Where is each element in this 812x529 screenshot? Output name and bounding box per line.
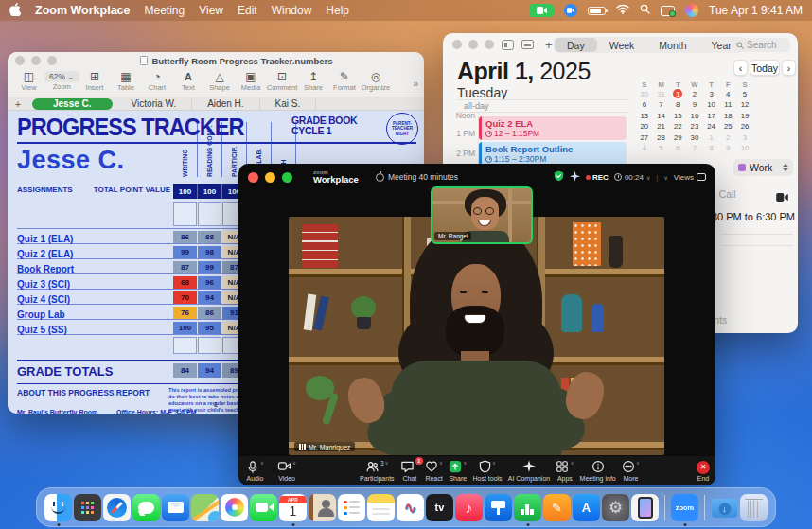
mini-day[interactable]: 31 <box>653 89 670 99</box>
speaker-video[interactable]: Mr. Manriquez <box>289 217 664 455</box>
dock-app-icon[interactable] <box>221 494 248 521</box>
mini-day[interactable]: 30 <box>686 132 703 143</box>
dock-app-icon[interactable] <box>455 494 483 521</box>
mini-day[interactable]: 13 <box>636 111 653 121</box>
numbers-titlebar[interactable]: Butterfly Room Progress Tracker.numbers <box>8 52 424 69</box>
dock-item[interactable] <box>699 488 710 526</box>
mini-day[interactable]: 5 <box>653 144 670 154</box>
mini-day[interactable]: 6 <box>636 100 653 111</box>
dock-item[interactable] <box>190 488 220 526</box>
score-cell[interactable]: 88 <box>198 231 221 243</box>
audio-button[interactable]: ∨ Audio <box>246 460 264 482</box>
dock-app-icon[interactable] <box>543 494 571 521</box>
search-field[interactable]: Search <box>732 38 790 52</box>
dock-item[interactable] <box>513 488 542 526</box>
meeting-info-button[interactable]: Meeting info <box>580 460 616 482</box>
mini-day[interactable]: 7 <box>686 144 703 154</box>
video-button[interactable]: ∨ Video <box>277 460 296 482</box>
end-meeting-button[interactable]: ✕ End <box>697 461 710 482</box>
wifi-icon[interactable] <box>616 4 629 17</box>
mini-day[interactable]: 9 <box>686 100 703 111</box>
toolbar-button[interactable]: Share <box>298 70 329 92</box>
toolbar-overflow-button[interactable]: » <box>413 79 418 89</box>
mini-day[interactable]: 22 <box>669 122 686 132</box>
toolbar-button[interactable]: Shape <box>204 70 236 92</box>
mini-day[interactable]: 3 <box>736 132 753 143</box>
mini-day[interactable]: 4 <box>636 144 653 154</box>
dock-item[interactable] <box>710 488 739 526</box>
window-controls[interactable] <box>452 40 494 49</box>
security-shield-icon[interactable] <box>554 170 564 184</box>
sheet-tab[interactable]: Victoria W. <box>116 97 193 111</box>
react-button[interactable]: ∨ React <box>425 460 443 482</box>
column-header-reading[interactable]: READING COMP. <box>198 122 222 177</box>
window-controls[interactable] <box>15 56 57 65</box>
dock-app-icon[interactable] <box>631 494 659 521</box>
mini-day[interactable]: 3 <box>703 89 720 99</box>
menu-item[interactable]: Meeting <box>144 4 185 17</box>
mini-day[interactable]: 16 <box>686 111 703 121</box>
dock-app-icon[interactable] <box>162 494 189 521</box>
mini-day[interactable]: 29 <box>669 132 686 143</box>
today-button[interactable]: Today <box>750 60 780 76</box>
mini-day[interactable]: 12 <box>736 100 753 111</box>
meeting-camera-indicator[interactable] <box>529 4 554 17</box>
apple-menu-icon[interactable] <box>9 3 21 19</box>
dock-item[interactable] <box>44 488 73 526</box>
mini-day[interactable]: 2 <box>719 132 736 143</box>
dock-item[interactable] <box>102 488 132 526</box>
dock-item[interactable] <box>739 488 768 526</box>
dock-app-icon[interactable] <box>74 494 101 521</box>
mini-day[interactable]: 8 <box>669 100 686 111</box>
mini-day[interactable]: 26 <box>736 122 753 132</box>
add-sheet-button[interactable]: + <box>8 98 28 110</box>
dock-app-icon[interactable] <box>485 494 512 521</box>
score-cell[interactable]: 94 <box>198 291 221 304</box>
chevron-down-icon[interactable]: ∨ <box>663 174 667 181</box>
total-cell[interactable]: 94 <box>198 363 221 378</box>
toolbar-button[interactable]: Table <box>111 70 142 92</box>
dock-app-icon[interactable]: tv <box>426 494 453 521</box>
siri-icon[interactable] <box>685 4 698 17</box>
close-button[interactable] <box>248 172 258 183</box>
chat-button[interactable]: 1∨ Chat <box>400 460 419 482</box>
toolbar-button[interactable]: Organize <box>361 70 392 92</box>
score-cell[interactable]: 86 <box>173 231 197 243</box>
dock-item[interactable]: zoom <box>670 488 699 526</box>
toolbar-button[interactable]: Format <box>329 70 361 92</box>
mini-day[interactable]: 7 <box>653 100 670 111</box>
mini-day[interactable]: 6 <box>669 144 686 154</box>
dock-item[interactable] <box>366 488 396 526</box>
dock-app-icon[interactable] <box>602 494 629 521</box>
mini-day[interactable]: 4 <box>719 89 736 99</box>
mini-day[interactable]: 20 <box>636 122 653 132</box>
ai-sparkle-icon[interactable] <box>570 171 580 184</box>
mini-day[interactable]: 11 <box>719 100 736 111</box>
dock-item[interactable] <box>337 488 366 526</box>
mini-day[interactable]: 10 <box>703 100 720 111</box>
toolbar-button[interactable]: Text <box>173 70 204 92</box>
calendar-select[interactable]: Work <box>733 159 793 176</box>
dock-app-icon[interactable] <box>338 494 365 521</box>
dock-item[interactable] <box>396 488 425 526</box>
toolbar-button[interactable]: Comment <box>267 70 298 92</box>
zoom-button[interactable] <box>282 172 292 183</box>
mini-day[interactable]: 10 <box>736 144 753 154</box>
mini-day[interactable]: 2 <box>686 89 703 99</box>
mini-day[interactable]: 18 <box>719 111 736 121</box>
elapsed-time[interactable]: 00:24∨ <box>614 173 650 182</box>
dock-item[interactable] <box>542 488 572 526</box>
dock-app-icon[interactable] <box>132 494 160 521</box>
ai-companion-button[interactable]: AI Companion <box>508 460 550 482</box>
view-tab[interactable]: Month <box>646 38 698 52</box>
menubar-clock[interactable]: Tue Apr 1 9:41 AM <box>709 4 803 17</box>
zoom-dropdown[interactable]: 62% ⌄ Zoom <box>44 70 79 91</box>
menu-item[interactable]: Edit <box>238 4 257 17</box>
dock-app-icon[interactable] <box>740 494 768 521</box>
dock-app-icon[interactable] <box>664 495 665 520</box>
dock-item[interactable] <box>161 488 190 526</box>
dock-app-icon[interactable] <box>704 495 705 520</box>
share-button[interactable]: ∨ Share <box>449 460 467 482</box>
views-button[interactable]: Views <box>674 173 706 182</box>
dock-item[interactable] <box>454 488 484 526</box>
